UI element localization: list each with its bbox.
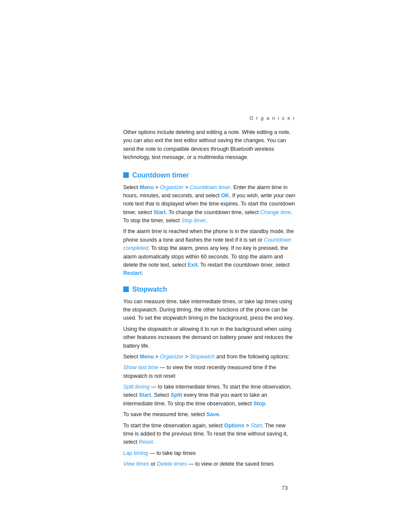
sw-delete-link[interactable]: Delete times [157, 461, 187, 467]
stopwatch-heading: Stopwatch [123, 286, 296, 293]
sw-lap-text: — to take lap times [148, 450, 196, 456]
content-area: O r g a n i z e r Other options include … [123, 115, 296, 471]
cd-menu-link[interactable]: Menu [140, 184, 154, 190]
page-number-value: 73 [282, 485, 288, 491]
organizer-header: O r g a n i z e r [123, 115, 296, 121]
sw-showlast-link[interactable]: Show last time [123, 364, 158, 370]
stopwatch-body: You can measure time, take intermediate … [123, 298, 296, 469]
countdown-heading: Countdown timer [123, 171, 296, 179]
sw-showlast: Show last time — to view the most recent… [123, 364, 296, 380]
cd-stop-link[interactable]: Stop timer [181, 218, 206, 224]
cd-restart-link[interactable]: Restart [123, 270, 142, 276]
sw-para2: Using the stopwatch or allowing it to ru… [123, 325, 296, 350]
sw-view: View times or Delete times — to view or … [123, 460, 296, 468]
cd-organizer-link[interactable]: Organizer [160, 184, 184, 190]
sw-para1: You can measure time, take intermediate … [123, 298, 296, 323]
cd-select-pre: Select [123, 184, 140, 190]
countdown-para2: If the alarm time is reached when the ph… [123, 227, 296, 277]
cd-exit-link[interactable]: Exit [187, 262, 197, 268]
sw-menu-link[interactable]: Menu [140, 354, 154, 360]
sw-options-start-link[interactable]: Start [251, 423, 262, 429]
page-number: 73 [282, 485, 288, 491]
cd-change-link[interactable]: Change time [260, 209, 291, 215]
sw-view-or: or [149, 461, 157, 467]
sw-save-link[interactable]: Save [206, 411, 219, 417]
intro-text: Other options include deleting and editi… [123, 128, 296, 162]
sw-text1: You can measure time, take intermediate … [123, 299, 294, 321]
intro-paragraph: Other options include deleting and editi… [123, 129, 290, 160]
sw-organizer-link[interactable]: Organizer [160, 354, 184, 360]
organizer-label: O r g a n i z e r [249, 115, 296, 121]
sw-stopwatch-link[interactable]: Stopwatch [190, 354, 215, 360]
sw-lap: Lap timing — to take lap times [123, 449, 296, 457]
sw-split-link[interactable]: Split timing [123, 384, 149, 390]
sw-para3: Select Menu > Organizer > Stopwatch and … [123, 353, 296, 361]
sw-lap-link[interactable]: Lap timing [123, 450, 148, 456]
countdown-para1: Select Menu > Organizer > Countdown time… [123, 184, 296, 225]
stopwatch-section: Stopwatch You can measure time, take int… [123, 286, 296, 469]
sw-options: To start the time observation again, sel… [123, 422, 296, 447]
sw-split-start-link[interactable]: Start [139, 392, 151, 398]
sw-split-stop-link[interactable]: Stop [253, 401, 265, 407]
sw-split-split-link[interactable]: Split [171, 392, 182, 398]
sw-text2: Using the stopwatch or allowing it to ru… [123, 326, 293, 349]
cd-start-link[interactable]: Start [153, 209, 165, 215]
sw-split: Split timing — to take intermediate time… [123, 383, 296, 408]
cd-ok-link[interactable]: OK [221, 193, 229, 199]
countdown-body: Select Menu > Organizer > Countdown time… [123, 184, 296, 278]
sw-view-link[interactable]: View times [123, 461, 149, 467]
cd-countdown-link[interactable]: Countdown timer [190, 184, 230, 190]
countdown-icon [123, 172, 129, 178]
sw-view-text: — to view or delete the saved times [187, 461, 274, 467]
sw-save: To save the measured time, select Save. [123, 411, 296, 419]
sw-reset-link[interactable]: Reset [139, 439, 153, 445]
countdown-title: Countdown timer [132, 171, 189, 179]
sw-options-link[interactable]: Options [224, 423, 244, 429]
page: O r g a n i z e r Other options include … [0, 0, 411, 532]
stopwatch-icon [123, 286, 129, 292]
stopwatch-title: Stopwatch [132, 286, 167, 293]
